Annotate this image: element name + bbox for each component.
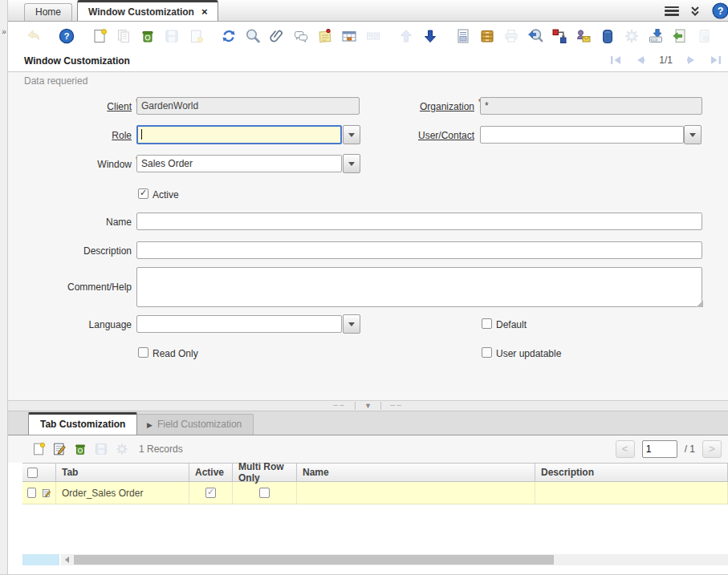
detail-save-icon[interactable] [91, 438, 112, 460]
tab-tab-customization[interactable]: Tab Customization [28, 412, 137, 435]
parent-record-icon[interactable] [394, 25, 418, 47]
window-title: Window Customization [24, 55, 130, 67]
next-record-icon[interactable] [686, 55, 697, 65]
report-icon[interactable] [451, 25, 475, 47]
preferences-icon[interactable] [620, 25, 644, 47]
detail-edit-record-icon[interactable] [49, 438, 70, 460]
tab-window-customization[interactable]: Window Customization× [77, 0, 218, 21]
status-bar: Data requeried [8, 72, 728, 90]
help-icon[interactable]: ? [55, 25, 79, 47]
cell-active-checkbox[interactable]: ✓ [205, 488, 216, 498]
splitter-collapse-icon[interactable]: ▼ [364, 402, 372, 410]
table-row[interactable]: Order_Sales Order ✓ [22, 482, 728, 504]
refresh-icon[interactable] [217, 25, 241, 47]
menu-icon[interactable] [665, 6, 679, 16]
records-count: 1 Records [139, 443, 183, 455]
user-updatable-checkbox[interactable] [482, 347, 492, 358]
column-header-multi-row-only[interactable]: Multi Row Only [233, 464, 297, 481]
collapse-header-icon[interactable] [689, 5, 702, 18]
card-view-icon[interactable] [361, 25, 385, 47]
detail-record-icon[interactable] [418, 25, 442, 47]
last-record-icon[interactable] [710, 55, 722, 65]
chevron-down-icon [348, 133, 355, 137]
language-field[interactable] [136, 315, 342, 333]
first-record-icon[interactable] [610, 55, 621, 65]
row-edit-icon[interactable] [41, 487, 52, 500]
zoom-across-icon[interactable] [523, 25, 547, 47]
cell-multi-row-only-checkbox[interactable] [259, 488, 270, 498]
find-icon[interactable] [241, 25, 265, 47]
description-field[interactable] [136, 241, 702, 259]
window-dropdown-button[interactable] [343, 154, 360, 173]
organization-label[interactable]: Organization [361, 101, 474, 112]
default-checkbox[interactable] [482, 318, 492, 329]
post-it-note-icon[interactable] [313, 25, 337, 47]
new-record-icon[interactable] [87, 25, 112, 47]
archive-icon[interactable] [475, 25, 499, 47]
column-header-tab[interactable]: Tab [56, 464, 189, 481]
delete-record-icon[interactable] [136, 25, 160, 47]
page-next-button[interactable]: > [702, 440, 722, 458]
help-circle-icon[interactable]: ? [711, 2, 728, 20]
name-field[interactable] [136, 213, 702, 230]
role-dropdown-button[interactable] [343, 125, 360, 144]
user-contact-label[interactable]: User/Contact [361, 130, 474, 141]
description-label: Description [24, 245, 132, 257]
request-icon[interactable] [571, 25, 596, 47]
product-info-icon[interactable] [596, 25, 620, 47]
cell-name [297, 482, 535, 504]
detail-delete-record-icon[interactable] [70, 438, 91, 460]
file-import-icon[interactable] [668, 25, 692, 47]
read-only-checkbox[interactable] [138, 347, 148, 358]
report-script-icon[interactable] [692, 25, 716, 47]
detail-new-record-icon[interactable] [28, 438, 49, 460]
active-label: Active [153, 189, 179, 200]
print-icon[interactable] [499, 25, 523, 47]
ignore-icon[interactable] [22, 25, 46, 47]
textarea-resize-grip[interactable] [696, 300, 703, 307]
close-tab-icon[interactable]: × [201, 2, 208, 21]
toggle-grid-icon[interactable] [337, 25, 361, 47]
user-contact-dropdown-button[interactable] [684, 125, 702, 144]
comment-help-field[interactable] [136, 267, 702, 307]
workflow-icon[interactable] [547, 25, 571, 47]
chat-icon[interactable] [289, 25, 313, 47]
scroll-left-arrow[interactable] [61, 554, 72, 565]
column-header-active[interactable]: Active [189, 464, 233, 481]
save-icon[interactable] [160, 25, 184, 47]
read-only-label: Read Only [153, 348, 198, 359]
column-header-name[interactable]: Name [297, 464, 535, 481]
copy-record-icon[interactable] [112, 25, 136, 47]
language-dropdown-button[interactable] [343, 314, 360, 334]
attachment-icon[interactable] [265, 25, 289, 47]
pane-splitter[interactable]: ┄┄ ▼ ┄┄ [8, 400, 728, 411]
column-header-description[interactable]: Description [535, 464, 728, 481]
detail-grid: Tab Active Multi Row Only Name Descripti… [22, 463, 728, 504]
client-label[interactable]: Client [24, 101, 132, 112]
window-label: Window [24, 159, 132, 170]
language-label: Language [24, 319, 132, 330]
previous-record-icon[interactable] [635, 55, 645, 65]
cell-description [535, 482, 728, 504]
role-label[interactable]: Role [24, 130, 132, 141]
detail-process-icon[interactable] [112, 438, 132, 460]
active-checkbox[interactable]: ✓ [138, 188, 148, 199]
page-number-input[interactable] [642, 440, 677, 458]
row-select-checkbox[interactable] [27, 488, 36, 498]
save-and-create-icon[interactable] [184, 25, 208, 47]
page-total: / 1 [685, 443, 695, 455]
scrollbar-thumb[interactable] [74, 555, 554, 565]
select-all-checkbox[interactable] [27, 468, 38, 478]
svg-text:?: ? [718, 6, 724, 17]
main-toolbar: ? [8, 22, 728, 50]
expand-sidebar-icon[interactable]: » [0, 27, 8, 36]
window-field[interactable] [136, 155, 342, 172]
role-field[interactable] [136, 125, 342, 144]
user-contact-field[interactable] [480, 126, 684, 144]
export-icon[interactable] [644, 25, 668, 47]
tab-home[interactable]: Home [24, 3, 72, 21]
page-previous-button[interactable]: < [616, 440, 635, 458]
tab-field-customization[interactable]: ▶Field Customization [135, 414, 254, 435]
organization-field: * [480, 97, 702, 115]
sidebar-collapsed-strip: » [0, 0, 8, 575]
